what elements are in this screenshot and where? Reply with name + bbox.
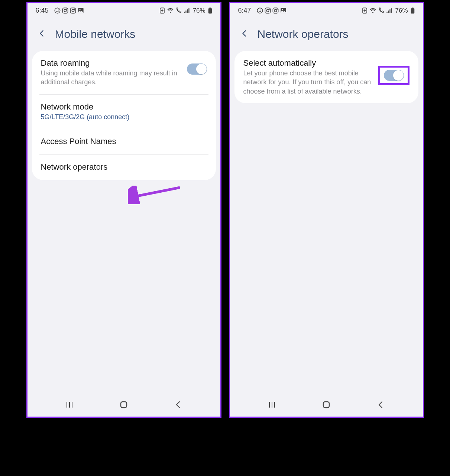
status-bar: 6:47 76%: [230, 3, 423, 17]
svg-point-18: [257, 8, 262, 13]
data-saver-icon: [361, 7, 368, 14]
svg-rect-11: [209, 8, 211, 9]
setting-subtitle: Let your phone choose the best mobile ne…: [243, 69, 377, 96]
setting-title: Select automatically: [243, 58, 377, 68]
signal-icon: [386, 7, 393, 14]
battery-icon: [207, 7, 214, 14]
instagram-icon: [264, 7, 271, 14]
svg-point-26: [282, 9, 283, 10]
svg-rect-29: [412, 8, 414, 9]
back-icon[interactable]: [38, 29, 46, 39]
setting-subtitle: 5G/LTE/3G/2G (auto connect): [41, 113, 207, 121]
setting-title: Network mode: [41, 102, 207, 112]
page-title: Mobile networks: [55, 28, 136, 40]
phone-screen-left: 6:45 76% Mobile networks Data roaming: [26, 2, 221, 418]
svg-rect-17: [121, 402, 127, 408]
gallery-icon: [77, 7, 84, 14]
nav-back-icon[interactable]: [174, 400, 182, 411]
svg-point-0: [55, 8, 60, 13]
page-header: Mobile networks: [27, 17, 220, 51]
page-header: Network operators: [230, 17, 423, 51]
nav-home-icon[interactable]: [119, 400, 128, 411]
settings-card: Select automatically Let your phone choo…: [234, 51, 418, 103]
svg-point-3: [66, 9, 67, 10]
svg-point-8: [79, 9, 80, 10]
phone-screen-right: 6:47 76% Network operators Select autom: [229, 2, 424, 418]
svg-rect-12: [209, 10, 211, 13]
status-bar: 6:45 76%: [27, 3, 220, 17]
status-time: 6:45: [36, 7, 49, 14]
nav-recents-icon[interactable]: [65, 400, 74, 411]
svg-rect-34: [323, 402, 329, 408]
setting-title: Access Point Names: [41, 137, 207, 146]
wifi-icon: [167, 7, 174, 14]
select-automatically-toggle[interactable]: [384, 70, 404, 81]
settings-card: Data roaming Using mobile data while roa…: [32, 51, 216, 180]
annotation-arrow-icon: [128, 186, 184, 204]
signal-icon: [183, 7, 190, 14]
setting-access-point-names[interactable]: Access Point Names: [39, 129, 208, 155]
status-time: 6:47: [238, 7, 251, 14]
battery-percent: 76%: [395, 7, 408, 14]
setting-select-automatically[interactable]: Select automatically Let your phone choo…: [242, 51, 411, 103]
instagram-icon: [272, 7, 279, 14]
svg-point-6: [74, 9, 75, 10]
wifi-icon: [369, 7, 376, 14]
setting-subtitle: Using mobile data while roaming may resu…: [41, 69, 184, 87]
svg-point-2: [64, 9, 66, 12]
gallery-icon: [280, 7, 287, 14]
nav-back-icon[interactable]: [376, 400, 385, 411]
whatsapp-icon: [256, 7, 263, 14]
volte-icon: [378, 7, 385, 14]
svg-point-5: [72, 9, 74, 12]
svg-point-20: [266, 9, 269, 12]
svg-point-23: [274, 9, 276, 12]
svg-rect-30: [411, 10, 414, 13]
setting-network-mode[interactable]: Network mode 5G/LTE/3G/2G (auto connect): [39, 95, 208, 129]
page-title: Network operators: [258, 28, 349, 40]
whatsapp-icon: [54, 7, 61, 14]
svg-point-24: [276, 9, 277, 10]
data-saver-icon: [159, 7, 166, 14]
setting-network-operators[interactable]: Network operators: [39, 155, 208, 180]
setting-data-roaming[interactable]: Data roaming Using mobile data while roa…: [39, 51, 208, 95]
instagram-icon: [62, 7, 69, 14]
svg-line-13: [133, 188, 180, 197]
nav-bar: [230, 394, 423, 417]
battery-percent: 76%: [192, 7, 205, 14]
back-icon[interactable]: [240, 29, 249, 39]
setting-title: Data roaming: [41, 58, 184, 68]
data-roaming-toggle[interactable]: [187, 63, 207, 75]
svg-point-21: [269, 9, 269, 10]
setting-title: Network operators: [41, 162, 207, 172]
nav-home-icon[interactable]: [322, 400, 331, 411]
nav-recents-icon[interactable]: [268, 400, 276, 411]
battery-icon: [409, 7, 416, 14]
nav-bar: [27, 394, 220, 417]
instagram-icon: [69, 7, 77, 14]
volte-icon: [175, 7, 182, 14]
annotation-highlight-box: [378, 66, 409, 85]
